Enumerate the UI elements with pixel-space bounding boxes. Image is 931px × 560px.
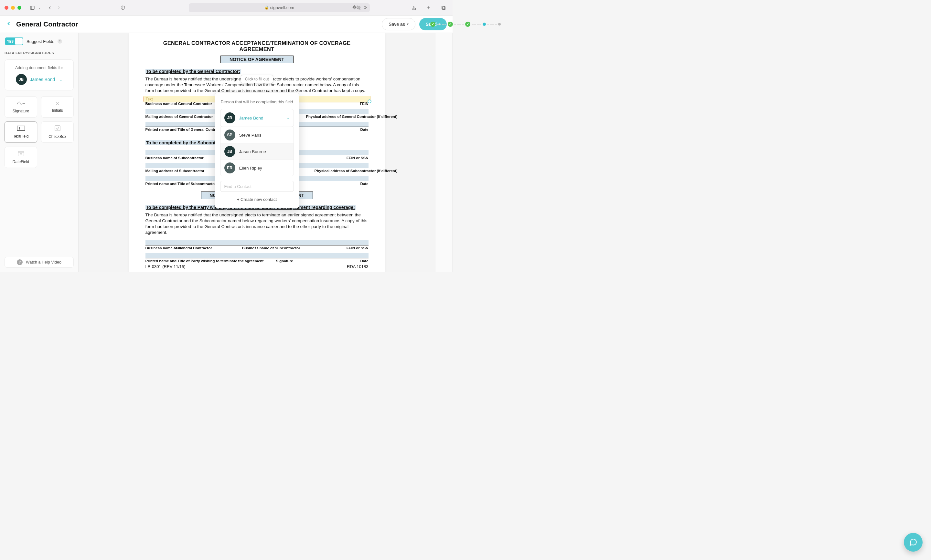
window-minimize-icon[interactable]: [11, 6, 15, 10]
progress-steps: [430, 22, 452, 27]
browser-chrome: ⌄ 🔒 signwell.com �能 ⟳: [0, 0, 452, 15]
section-head: To be completed by the General Contracto…: [145, 69, 241, 74]
textfield-icon: [17, 126, 25, 132]
url-host: signwell.com: [270, 5, 294, 10]
avatar: SP: [224, 129, 235, 140]
window-close-icon[interactable]: [5, 6, 8, 10]
form-label: Business name of Subcontractor: [145, 156, 204, 160]
help-icon[interactable]: ?: [57, 39, 62, 44]
document-canvas[interactable]: GENERAL CONTRACTOR ACCEPTANCE/TERMINATIO…: [79, 33, 435, 272]
form-label: Date: [360, 182, 369, 186]
form-label: Signature: [276, 259, 293, 263]
selected-person[interactable]: JB James Bond ⌄: [220, 109, 294, 127]
avatar: JB: [16, 74, 27, 85]
field-checkbox[interactable]: CheckBox: [41, 122, 74, 143]
person-name: Jason Bourne: [239, 149, 266, 154]
field-textfield[interactable]: TextField: [5, 122, 37, 143]
chevron-down-icon: ⌄: [287, 116, 290, 120]
nav-forward-icon: [54, 3, 63, 12]
chevron-down-icon: ▾: [407, 22, 409, 26]
svg-rect-0: [30, 6, 34, 9]
field-signature[interactable]: Signature: [5, 96, 37, 118]
notice-box: NOTICE OF AGREEMENT: [221, 55, 293, 63]
url-bar[interactable]: 🔒 signwell.com �能 ⟳: [189, 3, 370, 12]
save-as-button[interactable]: Save as▾: [382, 18, 415, 30]
page-title: General Contractor: [16, 20, 78, 28]
create-contact-link[interactable]: + Create new contact: [220, 197, 294, 202]
signature-icon: [17, 100, 26, 107]
refresh-icon[interactable]: ⟳: [364, 5, 367, 10]
sidebar-toggle-icon[interactable]: [28, 3, 37, 12]
section-label: DATA ENTRY/SIGNATURES: [5, 51, 74, 55]
initials-icon: ✕: [56, 101, 59, 106]
share-icon[interactable]: [409, 3, 418, 12]
form-label: Date: [360, 128, 369, 131]
footer-rda: RDA 10183: [347, 264, 369, 269]
nav-back-icon[interactable]: [45, 3, 54, 12]
lock-icon: 🔒: [264, 6, 269, 10]
field-initials[interactable]: ✕ Initials: [41, 96, 74, 118]
svg-rect-6: [443, 6, 445, 9]
paragraph: The Bureau is hereby notified that the u…: [145, 212, 369, 236]
svg-text:31: 31: [20, 153, 22, 155]
back-icon[interactable]: [6, 21, 12, 28]
calendar-icon: 31: [18, 151, 24, 158]
reader-icon[interactable]: �能: [352, 5, 361, 11]
form-label: Mailing address of General Contractor: [145, 115, 213, 118]
left-panel: YES Suggest Fields ? DATA ENTRY/SIGNATUR…: [0, 33, 79, 272]
person-option[interactable]: SP Steve Paris: [221, 126, 293, 143]
app-header: General Contractor Save as▾ Send▾: [0, 15, 452, 33]
form-label: FEIN or SSN: [347, 246, 369, 250]
form-label: Date: [360, 259, 369, 263]
chevron-down-icon: ⌄: [59, 77, 62, 82]
form-label: FEIN: [174, 246, 183, 250]
adding-fields-card: Adding document fields for JB James Bond…: [5, 59, 74, 91]
doc-heading: GENERAL CONTRACTOR ACCEPTANCE/TERMINATIO…: [145, 40, 369, 52]
checkbox-icon: [55, 125, 60, 132]
person-list: SP Steve Paris JB Jason Bourne ER Ellen …: [220, 126, 294, 176]
current-signer-selector[interactable]: JB James Bond ⌄: [9, 74, 69, 85]
avatar: JB: [224, 146, 235, 157]
question-icon: ?: [17, 259, 23, 265]
step-2-done-icon: [448, 22, 452, 27]
find-contact-input[interactable]: [220, 181, 294, 192]
person-name: Ellen Ripley: [239, 166, 262, 171]
tabs-overview-icon[interactable]: [439, 3, 448, 12]
form-label: Business name of Subcontractor: [242, 246, 300, 250]
person-option[interactable]: ER Ellen Ripley: [221, 160, 293, 176]
window-traffic-lights: [5, 6, 21, 10]
svg-rect-7: [442, 6, 445, 9]
avatar: JB: [224, 112, 235, 123]
privacy-shield-icon[interactable]: [118, 3, 127, 12]
person-option[interactable]: JB Jason Bourne: [221, 143, 293, 160]
signer-name: James Bond: [30, 77, 55, 82]
tab-dropdown-icon[interactable]: ⌄: [38, 6, 41, 9]
suggest-fields-toggle[interactable]: YES: [5, 37, 23, 45]
suggest-fields-label: Suggest Fields: [26, 39, 54, 44]
new-tab-icon[interactable]: [424, 3, 433, 12]
adding-label: Adding document fields for: [9, 66, 69, 70]
form-label: FEIN or SSN: [347, 156, 369, 160]
assignee-popover: Person that will be completing this fiel…: [215, 93, 300, 208]
help-video-button[interactable]: ? Watch a Help Video: [5, 257, 74, 268]
form-label: Mailing address of Subcontractor: [145, 169, 205, 173]
form-label: Physical address of Subcontractor (if di…: [315, 169, 398, 173]
footer-form-code: LB-0301 (REV 11/15): [145, 264, 185, 269]
svg-rect-10: [55, 126, 60, 131]
svg-rect-8: [17, 126, 25, 131]
person-name: Steve Paris: [239, 133, 261, 138]
field-datefield[interactable]: 31 DateField: [5, 147, 37, 168]
window-zoom-icon[interactable]: [17, 6, 21, 10]
avatar: ER: [224, 162, 235, 174]
fill-tooltip: Click to fill out: [241, 75, 273, 83]
form-label: Printed name and Title of Party wishing …: [145, 259, 264, 263]
right-gutter: [435, 33, 452, 272]
popover-title: Person that will be completing this fiel…: [220, 100, 294, 104]
person-name: James Bond: [239, 115, 264, 120]
form-label: Physical address of General Contractor (…: [306, 115, 397, 118]
step-1-done-icon: [430, 22, 435, 27]
